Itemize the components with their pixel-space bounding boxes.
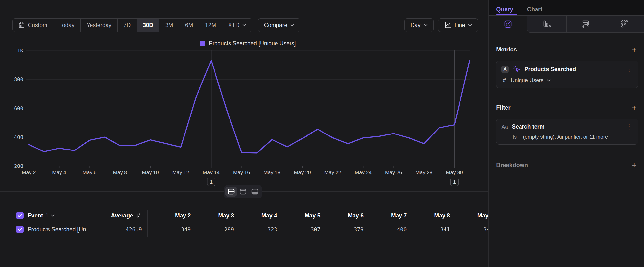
- date-range-6m[interactable]: 6M: [179, 19, 199, 32]
- date-range-custom[interactable]: Custom: [12, 19, 53, 32]
- x-tick-label: May 30: [446, 169, 463, 175]
- layout-toggle-group: [224, 185, 262, 198]
- add-breakdown-button[interactable]: +: [630, 161, 638, 169]
- date-column-header: May 7: [364, 212, 407, 219]
- aggregation-type-icon: #: [503, 77, 506, 84]
- main-panel: CustomTodayYesterday7D30D3M6M12MXTD Comp…: [0, 0, 488, 267]
- layout-table-button[interactable]: [249, 187, 261, 196]
- view-tab-insights[interactable]: [488, 16, 527, 33]
- date-value-cell: 343: [450, 226, 493, 232]
- x-tick-label: May 18: [264, 169, 280, 175]
- date-value-cell: 341: [407, 226, 450, 232]
- x-tick-label: May 10: [142, 169, 159, 175]
- metrics-section: Metrics + A Products Searched ⋮ #: [488, 45, 644, 88]
- sidebar-tabbar: Query Chart: [488, 0, 644, 15]
- chart-type-label: Line: [454, 22, 465, 29]
- sort-icon[interactable]: [136, 212, 142, 219]
- date-range-label: 3M: [165, 22, 173, 29]
- date-range-label: 30D: [143, 22, 153, 29]
- sidebar: Query Chart: [488, 0, 644, 267]
- row-event-name: Products Searched [Un...: [28, 226, 91, 233]
- row-average-value: 426.9: [126, 226, 142, 232]
- date-range-yesterday[interactable]: Yesterday: [80, 19, 117, 32]
- date-range-label: Today: [59, 22, 74, 29]
- filter-title: Filter: [496, 104, 511, 111]
- view-tab-flows[interactable]: [566, 16, 605, 33]
- x-tick-label: May 8: [113, 169, 127, 175]
- chevron-down-icon: [424, 24, 428, 26]
- date-range-7d[interactable]: 7D: [117, 19, 136, 32]
- y-tick-label: 800: [14, 77, 23, 83]
- view-tab-grid[interactable]: [605, 16, 644, 33]
- filter-value: (empty string), Air purifier, or 11 more: [523, 134, 608, 140]
- chart-area: 2004006008001KMay 2May 4May 6May 8May 10…: [0, 35, 488, 191]
- compare-button[interactable]: Compare: [258, 19, 300, 32]
- date-range-label: Yesterday: [86, 22, 112, 29]
- breakdown-section: Breakdown +: [488, 161, 644, 169]
- date-range-label: Custom: [28, 22, 47, 29]
- filter-menu-icon[interactable]: ⋮: [626, 124, 633, 130]
- calendar-icon: [18, 22, 25, 28]
- row-checkbox[interactable]: [16, 226, 24, 233]
- tab-query[interactable]: Query: [496, 6, 513, 13]
- flows-icon: [581, 20, 590, 28]
- chart-type-button[interactable]: Line: [438, 19, 478, 32]
- chevron-down-icon: [468, 24, 472, 26]
- date-value-cell: 379: [320, 226, 364, 232]
- date-column-header: May 4: [234, 212, 277, 219]
- annotation-badge-label: 1: [453, 179, 456, 184]
- insights-chart-icon: [504, 20, 512, 29]
- layout-split-button[interactable]: [225, 187, 237, 196]
- tab-chart[interactable]: Chart: [527, 6, 542, 13]
- date-range-today[interactable]: Today: [53, 19, 80, 32]
- date-range-3m[interactable]: 3M: [159, 19, 179, 32]
- compare-label: Compare: [264, 22, 287, 29]
- event-label: Event: [28, 212, 43, 219]
- breakdown-title: Breakdown: [496, 162, 528, 168]
- date-range-30d[interactable]: 30D: [136, 19, 159, 32]
- aggregation-label: Unique Users: [511, 77, 544, 84]
- chevron-down-icon: [290, 24, 294, 26]
- view-tab-strip: [488, 15, 644, 33]
- table-row: Products Searched [Un... 426.9 349299323…: [0, 221, 488, 237]
- y-tick-label: 600: [14, 106, 23, 112]
- chevron-down-icon: [51, 214, 55, 217]
- aggregation-dropdown[interactable]: Unique Users: [511, 77, 550, 84]
- date-range-group: CustomTodayYesterday7D30D3M6M12MXTD: [12, 19, 252, 32]
- date-range-label: XTD: [228, 22, 239, 29]
- table-header-row: Event 1 Average May 2May 3May 4May 5May …: [0, 210, 488, 221]
- metric-menu-icon[interactable]: ⋮: [626, 66, 633, 72]
- x-tick-label: May 14: [203, 169, 220, 175]
- filter-section: Filter + Aa Search term ⋮ Is (empty stri…: [488, 103, 644, 145]
- chevron-down-icon: [242, 24, 246, 26]
- x-tick-label: May 16: [233, 169, 250, 175]
- y-tick-label: 400: [14, 134, 23, 140]
- x-tick-label: May 6: [83, 169, 97, 175]
- x-tick-label: May 2: [22, 169, 36, 175]
- series-line: [29, 61, 470, 153]
- filter-property-name: Search term: [512, 123, 622, 130]
- filter-card[interactable]: Aa Search term ⋮ Is (empty string), Air …: [496, 119, 638, 145]
- date-range-12m[interactable]: 12M: [199, 19, 222, 32]
- average-label: Average: [111, 212, 133, 219]
- filter-operator: Is: [513, 134, 516, 140]
- view-tab-bars[interactable]: [527, 16, 566, 33]
- x-tick-label: May 24: [355, 169, 372, 175]
- layout-chart-button[interactable]: [237, 187, 249, 196]
- add-metric-button[interactable]: +: [630, 45, 638, 54]
- event-column-header[interactable]: Event 1: [28, 212, 104, 219]
- date-range-xtd[interactable]: XTD: [222, 19, 252, 32]
- granularity-button[interactable]: Day: [404, 19, 434, 32]
- date-value-cell: 400: [364, 226, 407, 232]
- date-value-cell: 323: [234, 226, 277, 232]
- results-table: Event 1 Average May 2May 3May 4May 5May …: [0, 210, 488, 237]
- x-tick-label: May 4: [52, 169, 66, 175]
- date-column-header: May 6: [320, 212, 364, 219]
- date-range-label: 7D: [124, 22, 130, 29]
- add-filter-button[interactable]: +: [630, 103, 638, 112]
- bar-chart-icon: [542, 20, 552, 28]
- metric-card[interactable]: A Products Searched ⋮ # Unique Users: [496, 61, 638, 88]
- select-all-checkbox[interactable]: [16, 212, 24, 219]
- x-tick-label: May 26: [385, 169, 402, 175]
- metrics-title: Metrics: [496, 46, 517, 53]
